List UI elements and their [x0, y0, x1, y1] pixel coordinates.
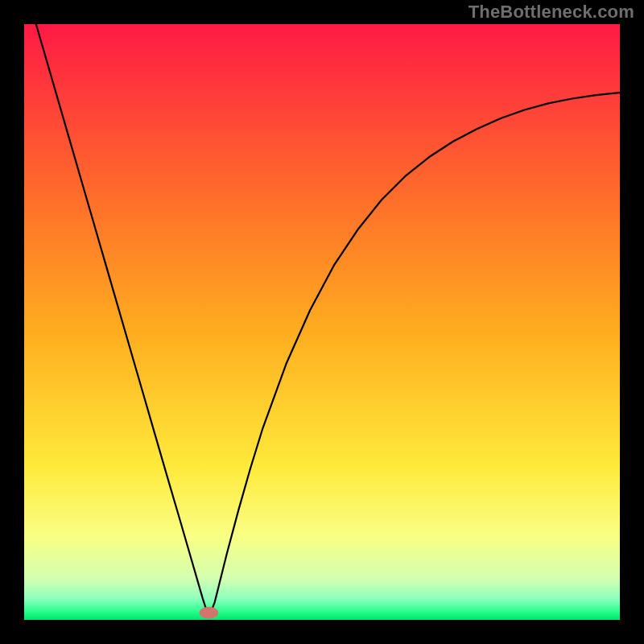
chart-frame: TheBottleneck.com: [0, 0, 644, 644]
bottleneck-chart: [24, 24, 620, 620]
watermark-text: TheBottleneck.com: [469, 2, 634, 23]
plot-background: [24, 24, 620, 620]
optimum-marker: [200, 607, 219, 619]
